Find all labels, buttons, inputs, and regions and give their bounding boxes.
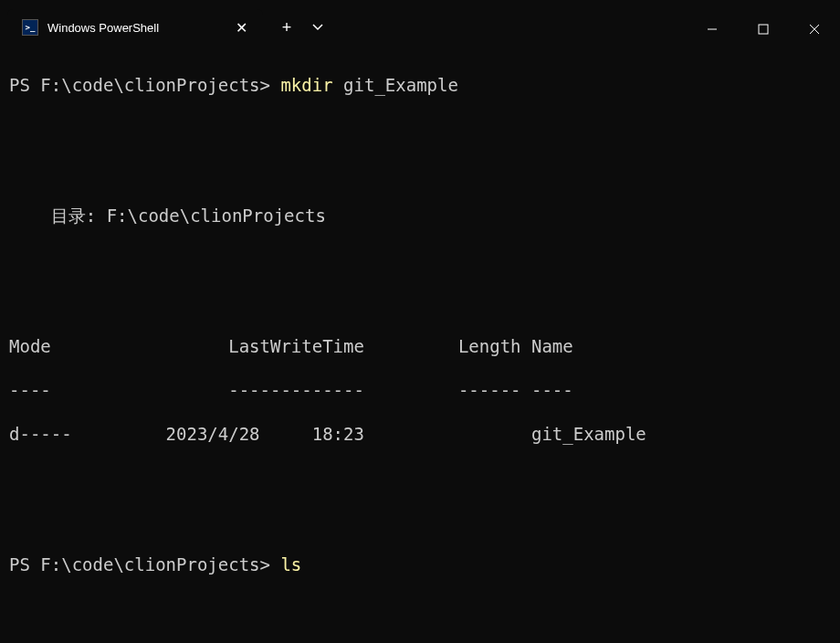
window-controls bbox=[687, 9, 840, 44]
command-mkdir: mkdir bbox=[280, 75, 332, 95]
terminal-tab[interactable]: Windows PowerShell ✕ bbox=[7, 9, 263, 46]
tab-dropdown-icon[interactable] bbox=[303, 11, 332, 44]
prompt-text: PS F:\code\clionProjects> bbox=[9, 554, 280, 574]
command-ls: ls bbox=[280, 554, 301, 574]
table-header: Mode LastWriteTime Length Name bbox=[9, 336, 831, 358]
svg-rect-1 bbox=[759, 25, 768, 34]
powershell-icon bbox=[22, 19, 38, 36]
close-tab-icon[interactable]: ✕ bbox=[230, 16, 252, 38]
close-window-button[interactable] bbox=[789, 15, 840, 44]
table-separator: ---- ------------- ------ ---- bbox=[9, 380, 831, 402]
dir-header: 目录: F:\code\clionProjects bbox=[9, 206, 831, 227]
minimize-button[interactable] bbox=[687, 15, 738, 44]
maximize-button[interactable] bbox=[738, 15, 789, 44]
title-bar: Windows PowerShell ✕ + bbox=[0, 0, 840, 46]
new-tab-button[interactable]: + bbox=[270, 11, 303, 44]
command-arg: git_Example bbox=[333, 75, 458, 95]
prompt-text: PS F:\code\clionProjects> bbox=[9, 75, 280, 95]
prompt-line: PS F:\code\clionProjects> mkdir git_Exam… bbox=[9, 75, 831, 97]
table-row: d----- 2023/4/28 18:23 git_Example bbox=[9, 424, 831, 446]
prompt-line: PS F:\code\clionProjects> ls bbox=[9, 554, 831, 576]
tab-title: Windows PowerShell bbox=[47, 21, 230, 35]
terminal-output[interactable]: PS F:\code\clionProjects> mkdir git_Exam… bbox=[0, 46, 840, 643]
